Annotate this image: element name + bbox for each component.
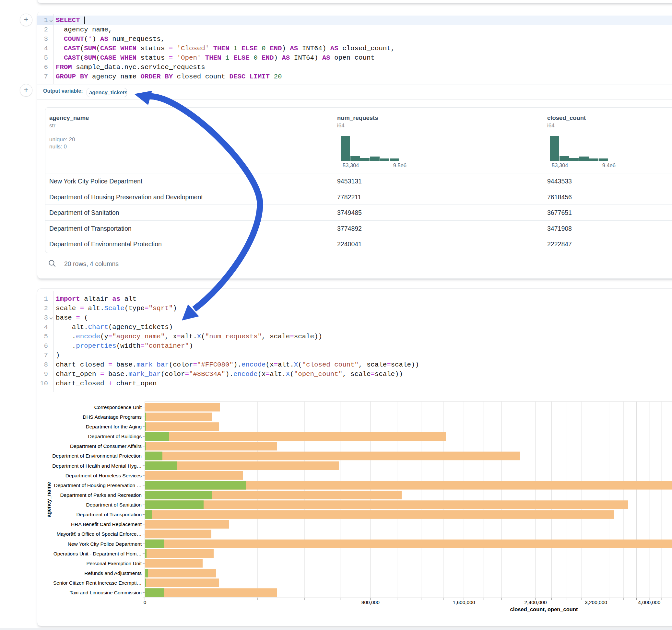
svg-text:1,600,000: 1,600,000	[453, 600, 475, 605]
svg-text:Mayorâ€ s Office of Special En: Mayorâ€ s Office of Special Enforce…	[57, 531, 142, 537]
svg-text:Department of Consumer Affairs: Department of Consumer Affairs	[70, 443, 142, 449]
svg-text:Department of Parks and Recrea: Department of Parks and Recreation	[60, 492, 142, 498]
svg-text:Correspondence Unit: Correspondence Unit	[94, 405, 142, 410]
svg-text:Senior Citizen Rent Increase E: Senior Citizen Rent Increase Exempti…	[53, 580, 142, 586]
svg-text:HRA Benefit Card Replacement: HRA Benefit Card Replacement	[71, 522, 142, 527]
svg-text:Department of Environmental Pr: Department of Environmental Protection	[52, 453, 142, 459]
svg-text:Refunds and Adjustments: Refunds and Adjustments	[84, 571, 142, 576]
svg-text:Department of Health and Menta: Department of Health and Mental Hyg…	[52, 463, 142, 468]
svg-text:Operations Unit - Department o: Operations Unit - Department of Hom…	[53, 551, 142, 556]
svg-text:Department of Homeless Service: Department of Homeless Services	[66, 473, 142, 478]
svg-text:New York City Police Departmen: New York City Police Department	[68, 541, 142, 547]
svg-text:DHS Advantage Programs: DHS Advantage Programs	[83, 414, 142, 420]
svg-text:3,200,000: 3,200,000	[585, 600, 607, 605]
svg-text:800,000: 800,000	[361, 600, 380, 605]
svg-text:Personal Exemption Unit: Personal Exemption Unit	[86, 561, 142, 566]
svg-text:Department of Sanitation: Department of Sanitation	[86, 502, 142, 508]
svg-text:Taxi and Limousine Commission: Taxi and Limousine Commission	[70, 590, 142, 595]
svg-text:Department of Buildings: Department of Buildings	[88, 434, 142, 439]
svg-text:2,400,000: 2,400,000	[525, 600, 547, 605]
svg-text:agency_name: agency_name	[46, 482, 51, 517]
svg-text:Department of Transportation: Department of Transportation	[76, 512, 142, 517]
svg-text:4,000,000: 4,000,000	[638, 600, 660, 605]
svg-text:Department of Housing Preserva: Department of Housing Preservation …	[54, 483, 142, 488]
svg-text:0: 0	[144, 600, 146, 605]
svg-text:closed_count, open_count: closed_count, open_count	[510, 606, 578, 612]
svg-text:Department for the Aging: Department for the Aging	[86, 424, 142, 429]
